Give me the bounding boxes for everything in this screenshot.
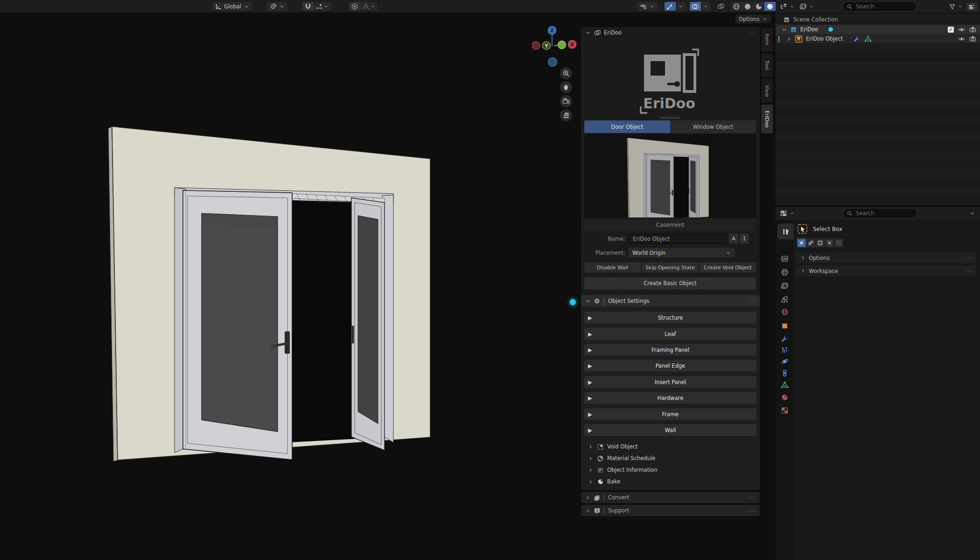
properties-options-dropdown[interactable] <box>967 209 977 218</box>
chevron-down-icon[interactable] <box>781 27 787 33</box>
shading-rendered-button[interactable] <box>764 2 776 11</box>
pivot-point-dropdown[interactable] <box>267 2 287 11</box>
pan-button[interactable] <box>560 81 572 93</box>
tab-scene[interactable] <box>781 295 789 303</box>
outliner-filter-dropdown[interactable] <box>947 2 965 11</box>
npanel-tab-item[interactable]: Item <box>761 27 773 52</box>
shading-solid-button[interactable] <box>742 2 753 11</box>
outliner-filter-display-dropdown[interactable] <box>798 2 816 11</box>
tab-modifiers[interactable] <box>781 335 789 343</box>
gizmo-dropdown[interactable] <box>676 2 686 11</box>
bake-subpanel[interactable]: Bake <box>588 477 620 486</box>
section-frame-button[interactable]: ▶Frame <box>584 408 756 420</box>
outliner-display-mode-dropdown[interactable] <box>778 2 796 11</box>
active-tool-display[interactable]: Select Box <box>797 224 842 234</box>
modifier-wrench-icon[interactable] <box>853 35 861 42</box>
section-leaf-button[interactable]: ▶Leaf <box>584 328 756 340</box>
visibility-dropdown[interactable] <box>637 2 658 11</box>
npanel-tab-tool[interactable]: Tool <box>761 53 773 78</box>
support-panel-header[interactable]: | Support ∷∷ <box>581 505 760 516</box>
section-insert-panel-button[interactable]: ▶Insert Panel <box>584 376 756 388</box>
material-schedule-subpanel[interactable]: Material Schedule <box>588 454 655 463</box>
show-overlays-toggle[interactable] <box>690 2 701 11</box>
proportional-edit-toggle[interactable] <box>349 2 360 11</box>
tab-texture[interactable] <box>781 406 789 414</box>
select-mode-extend[interactable] <box>806 238 815 247</box>
object-information-subpanel[interactable]: Object Information <box>588 465 658 475</box>
eridoo-collection-row[interactable]: EriDoo ✓ <box>776 25 980 34</box>
zoom-button[interactable] <box>560 67 572 79</box>
select-mode-invert[interactable] <box>825 238 834 247</box>
viewport-options-dropdown[interactable]: Options <box>735 14 771 23</box>
tool-options-panel-header[interactable]: Options ∷∷ <box>796 252 976 263</box>
section-hardware-button[interactable]: ▶Hardware <box>584 392 756 404</box>
collapse-chevron-icon[interactable] <box>585 29 591 36</box>
camera-view-button[interactable] <box>560 95 572 107</box>
properties-editor-type-dropdown[interactable] <box>778 209 796 218</box>
properties-search-input[interactable] <box>855 210 903 217</box>
section-framing-panel-button[interactable]: ▶Framing Panel <box>584 344 756 356</box>
xray-toggle[interactable] <box>715 2 727 11</box>
section-panel-edge-button[interactable]: ▶Panel Edge <box>584 360 756 371</box>
tab-tool[interactable] <box>777 224 793 239</box>
collapse-chevron-icon[interactable] <box>585 298 591 304</box>
skip-opening-state-button[interactable]: Skip Opening State <box>642 262 699 273</box>
scene-collection-row[interactable]: Scene Collection <box>776 15 980 24</box>
object-settings-header[interactable]: ⚙ | Object Settings ∷∷ <box>581 295 760 307</box>
outliner-search[interactable] <box>843 1 917 12</box>
snap-toggle[interactable] <box>302 2 314 11</box>
drag-handle[interactable]: ∷∷ <box>749 30 756 35</box>
tab-material[interactable] <box>781 393 789 401</box>
auto-name-button[interactable]: A <box>729 234 738 244</box>
tab-output[interactable] <box>781 268 789 276</box>
shading-material-button[interactable] <box>753 2 764 11</box>
door-model[interactable] <box>106 120 439 469</box>
hide-eye-icon[interactable] <box>958 35 965 42</box>
section-wall-button[interactable]: ▶Wall <box>584 424 756 436</box>
transform-orientation-dropdown[interactable]: Global <box>212 2 252 11</box>
drag-handle[interactable]: ∷∷ <box>749 508 756 513</box>
name-input[interactable]: EriDoo Object <box>629 234 727 244</box>
disable-render-icon[interactable] <box>969 26 976 33</box>
npanel-tab-eridoo[interactable]: EriDoo <box>761 104 773 134</box>
convert-panel-header[interactable]: | Convert ∷∷ <box>581 492 760 503</box>
tab-object-data[interactable] <box>781 381 789 389</box>
create-basic-object-button[interactable]: Create Basic Object <box>584 277 756 289</box>
preset-dropdown[interactable]: Casement <box>584 219 756 231</box>
select-mode-new[interactable] <box>797 238 806 247</box>
tab-render[interactable] <box>781 255 789 263</box>
tab-particles[interactable] <box>781 346 789 354</box>
eridoo-panel-header[interactable]: EriDoo ∷∷ <box>581 27 760 38</box>
exclude-checkbox[interactable]: ✓ <box>948 27 954 33</box>
new-collection-button[interactable] <box>966 2 977 11</box>
snap-settings-dropdown[interactable] <box>314 2 331 11</box>
npanel-tab-view[interactable]: View <box>761 78 773 104</box>
drag-handle[interactable]: ∷∷ <box>749 495 756 500</box>
tab-physics[interactable] <box>781 357 789 365</box>
overlays-dropdown[interactable] <box>701 2 711 11</box>
hide-eye-icon[interactable] <box>958 26 965 33</box>
placement-dropdown[interactable]: World Origin <box>629 248 735 258</box>
shading-wireframe-button[interactable] <box>731 2 742 11</box>
tab-object[interactable] <box>781 322 789 330</box>
create-void-object-button[interactable]: Create Void Object <box>700 262 756 273</box>
chevron-right-icon[interactable] <box>786 36 792 42</box>
increment-name-button[interactable]: I <box>740 234 749 244</box>
drag-handle[interactable]: ∷∷ <box>966 255 973 260</box>
select-mode-intersect[interactable] <box>834 238 843 247</box>
mesh-data-icon[interactable] <box>864 35 872 42</box>
show-gizmo-toggle[interactable] <box>665 2 676 11</box>
drag-handle[interactable]: ∷∷ <box>966 268 973 273</box>
properties-search[interactable] <box>843 208 917 218</box>
eridoo-object-row[interactable]: EriDoo Object <box>776 34 980 43</box>
tab-view-layer[interactable] <box>781 282 789 290</box>
window-object-tab[interactable]: Window Object <box>670 120 756 133</box>
outliner-search-input[interactable] <box>855 3 903 10</box>
section-structure-button[interactable]: ▶Structure <box>584 312 756 323</box>
tab-constraints[interactable] <box>781 369 789 377</box>
drag-handle[interactable]: ∷∷ <box>749 298 756 303</box>
disable-wall-button[interactable]: Disable Wall <box>584 262 641 273</box>
select-mode-subtract[interactable] <box>816 238 825 247</box>
perspective-toggle-button[interactable] <box>560 109 572 121</box>
preset-preview[interactable] <box>584 134 756 217</box>
